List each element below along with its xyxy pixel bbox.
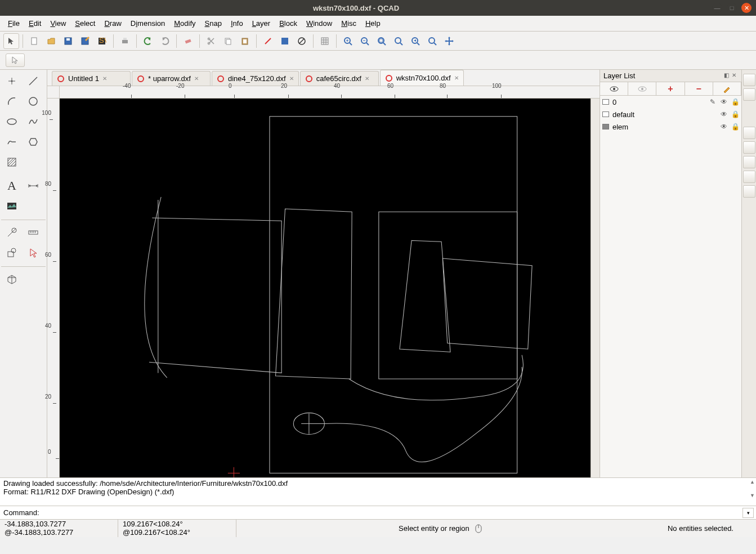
lock-icon[interactable]: 🔒 [731,110,739,118]
menu-info[interactable]: Info [226,17,248,30]
print-button[interactable] [117,33,133,49]
tool-info-ruler[interactable] [23,222,44,243]
panel-close-button[interactable]: ✕ [730,72,738,80]
dock-btn-4[interactable] [743,141,755,154]
menu-window[interactable]: Window [302,17,337,30]
zoom-previous-button[interactable] [408,33,423,49]
lock-icon[interactable]: 🔒 [731,123,739,131]
tool-arc[interactable] [1,91,23,111]
log-scroll-up[interactable]: ▲ [750,479,755,485]
menu-edit[interactable]: Edit [24,17,46,30]
tool-spline[interactable] [23,111,44,132]
menu-modify[interactable]: Modify [169,17,200,30]
tool-line[interactable] [23,71,44,91]
save-as-button[interactable] [77,33,93,49]
erase-button[interactable] [180,33,196,49]
tool-dimension[interactable] [23,176,44,196]
dock-btn-6[interactable] [743,171,755,183]
menu-draw[interactable]: Draw [100,17,126,30]
menu-file[interactable]: File [3,17,24,30]
zoom-in-button[interactable] [340,33,356,49]
menu-misc[interactable]: Misc [337,17,361,30]
cube-icon [6,274,17,285]
draw-circle-button[interactable] [294,33,310,49]
command-input[interactable] [42,508,742,518]
lock-icon[interactable]: 🔒 [731,98,739,106]
dock-btn-2[interactable] [743,88,755,101]
drawing-canvas[interactable] [60,99,591,486]
zoom-window-button[interactable] [424,33,440,49]
layer-remove-button[interactable]: − [685,82,713,95]
menu-view[interactable]: View [46,17,70,30]
new-file-button[interactable] [26,33,42,49]
eye-icon[interactable]: 👁 [720,98,728,106]
window-close-button[interactable]: ✕ [741,3,751,13]
draw-hatch-button[interactable] [277,33,293,49]
pointer-tool-button[interactable] [3,33,19,49]
tool-point[interactable] [1,71,23,91]
tool-hatch[interactable] [1,152,23,172]
dock-btn-5[interactable] [743,156,755,168]
doc-icon [305,75,313,83]
grid-toggle-button[interactable] [317,33,333,49]
window-minimize-button[interactable]: — [712,3,722,13]
tab-untitled-1[interactable]: Untitled 1 ✕ [52,71,131,86]
tool-measure[interactable] [1,222,23,243]
window-maximize-button[interactable]: □ [727,3,737,13]
svg-rect-15 [281,38,288,44]
tab-close-button[interactable]: ✕ [289,75,294,82]
tool-text[interactable]: A [1,176,23,196]
eye-icon[interactable]: 👁 [720,123,728,131]
tool-block[interactable] [1,243,23,263]
layer-row[interactable]: default👁🔒 [600,108,741,120]
menu-layer[interactable]: Layer [248,17,275,30]
menu-help[interactable]: Help [361,17,385,30]
tab-close-button[interactable]: ✕ [102,75,107,82]
tab-close-button[interactable]: ✕ [454,75,459,81]
tool-select[interactable] [23,243,44,263]
undo-button[interactable] [140,33,156,49]
zoom-out-button[interactable] [357,33,373,49]
layer-row[interactable]: elem👁🔒 [600,120,741,133]
tool-circle[interactable] [23,91,44,111]
pan-button[interactable] [441,33,457,49]
zoom-auto-button[interactable] [374,33,390,49]
layer-show-all-button[interactable] [600,82,628,95]
panel-dock-button[interactable]: ◧ [722,72,730,80]
reset-tool-button[interactable] [6,53,25,67]
menu-dimension[interactable]: Dimension [126,17,169,30]
dock-btn-7[interactable] [743,185,755,198]
save-button[interactable] [60,33,76,49]
dock-btn-3[interactable] [743,127,755,139]
layer-edit-button[interactable] [713,82,741,95]
command-history-dropdown[interactable]: ▾ [742,508,754,518]
zoom-selection-button[interactable] [391,33,406,49]
eye-icon [609,85,619,93]
copy-button[interactable] [220,33,236,49]
tool-polyline[interactable] [1,132,23,152]
layer-row[interactable]: 0✎👁🔒 [600,96,741,108]
tab-close-button[interactable]: ✕ [194,75,199,82]
cut-button[interactable] [203,33,219,49]
log-scroll-down[interactable]: ▼ [750,493,755,498]
tool-polygon[interactable] [23,132,44,152]
dock-btn-1[interactable] [743,74,755,86]
draw-line-button[interactable] [260,33,276,49]
vertical-scrollbar[interactable] [591,99,600,486]
mouse-icon [474,523,483,534]
export-svg-button[interactable]: SVG [94,33,110,49]
tab-close-button[interactable]: ✕ [365,75,369,82]
eye-icon[interactable]: 👁 [720,110,728,118]
tab-uparrow[interactable]: * uparrow.dxf ✕ [132,71,211,86]
menu-select[interactable]: Select [70,17,100,30]
layer-add-button[interactable]: + [656,82,685,95]
paste-button[interactable] [237,33,253,49]
menu-block[interactable]: Block [275,17,302,30]
tool-isometric[interactable] [1,269,23,289]
menu-snap[interactable]: Snap [200,17,226,30]
redo-button[interactable] [157,33,173,49]
tool-image[interactable] [1,196,23,216]
tool-ellipse[interactable] [1,111,23,132]
open-file-button[interactable] [43,33,59,49]
layer-hide-all-button[interactable] [628,82,656,95]
